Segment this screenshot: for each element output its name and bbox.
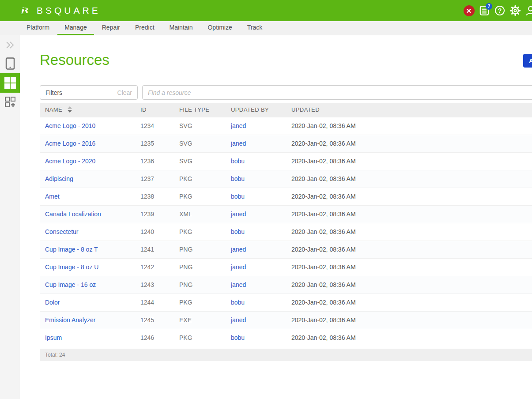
updated-by-link[interactable]: bobu [231,193,245,200]
resource-updated: 2020-Jan-02, 08:36 AM [286,205,532,223]
resource-id: 1238 [135,188,174,205]
resource-file-type: PNG [174,258,226,276]
column-header-updated[interactable]: UPDATED [286,103,532,117]
nav-tab[interactable]: Maintain [162,21,200,35]
nav-tab[interactable]: Track [240,21,269,35]
resource-updated: 2020-Jan-02, 08:36 AM [286,311,532,329]
table-row: Consectetur 1240 PKG bobu 2020-Jan-02, 0… [40,223,532,241]
sidebar-item-resources-active[interactable] [0,73,20,93]
help-icon: ? [495,6,505,15]
updated-by-link[interactable]: janed [231,140,246,147]
column-header-name[interactable]: NAME [40,103,135,117]
updated-by-link[interactable]: bobu [231,228,245,235]
nav-tab-label: Maintain [170,24,193,31]
resource-name-link[interactable]: Acme Logo - 2010 [45,122,95,129]
resource-file-type: PKG [174,294,226,311]
resource-file-type: XML [174,205,226,223]
nav-tab-label: Manage [64,24,87,31]
nav-tab-label: Optimize [208,24,232,31]
nav-tab[interactable]: Manage [57,21,94,35]
resource-id: 1235 [135,135,174,152]
search-input[interactable] [142,85,532,100]
updated-by-link[interactable]: janed [231,246,246,253]
apps-grid-icon [4,77,16,89]
settings-button[interactable] [509,5,521,16]
filters-label: Filters [45,89,62,96]
table-row: Canada Localization 1239 XML janed 2020-… [40,205,532,223]
nav-tab[interactable]: Platform [19,21,57,35]
double-chevron-right-icon [5,41,15,49]
nav-tab[interactable]: Predict [128,21,162,35]
help-button[interactable]: ? [494,5,506,16]
resource-id: 1242 [135,258,174,276]
resource-name-link[interactable]: Cup Image - 8 oz T [45,246,98,253]
resource-id: 1240 [135,223,174,241]
resource-file-type: SVG [174,117,226,135]
column-header-id[interactable]: ID [135,103,174,117]
updated-by-link[interactable]: bobu [231,158,245,165]
resource-name-link[interactable]: Emission Analyzer [45,316,95,324]
resource-name-link[interactable]: Cup Image - 16 oz [45,281,96,288]
primary-nav: Platform Manage Repair Predict Maintain … [0,21,532,35]
add-resource-button[interactable]: Add [523,54,532,68]
resource-name-link[interactable]: Acme Logo - 2016 [45,140,95,147]
resource-name-link[interactable]: Cup Image - 8 oz U [45,263,98,271]
updated-by-link[interactable]: bobu [231,175,245,182]
resource-file-type: PNG [174,241,226,258]
top-app-bar: B BSQUARE ✕ 7 ? [0,0,532,21]
updated-by-link[interactable]: janed [231,281,246,288]
resource-updated: 2020-Jan-02, 08:36 AM [286,258,532,276]
column-header-updated-by[interactable]: UPDATED BY [226,103,286,117]
resource-updated: 2020-Jan-02, 08:36 AM [286,294,532,311]
sidebar-expand-button[interactable] [5,41,15,49]
resource-id: 1234 [135,117,174,135]
resource-name-link[interactable]: Ipsum [45,334,62,341]
table-row: Ipsum 1246 PKG bobu 2020-Jan-02, 08:36 A… [40,329,532,346]
table-body: Acme Logo - 2010 1234 SVG janed 2020-Jan… [40,117,532,346]
updated-by-link[interactable]: janed [231,211,246,218]
logout-icon: ✕ [464,5,475,16]
sidebar-item-add-widget[interactable] [4,96,16,108]
user-icon [525,5,532,16]
updated-by-link[interactable]: bobu [231,299,245,306]
nav-tab[interactable]: Optimize [200,21,239,35]
sort-icon[interactable] [67,106,72,113]
logout-button[interactable]: ✕ [463,5,475,16]
clear-filters-button[interactable]: Clear [117,89,132,96]
resource-id: 1239 [135,205,174,223]
column-header-file-type[interactable]: FILE TYPE [174,103,226,117]
resource-name-link[interactable]: Amet [45,193,60,200]
filter-row: Filters Clear [40,85,532,100]
sidebar-item-devices[interactable] [5,57,15,70]
table-row: Adipiscing 1237 PKG bobu 2020-Jan-02, 08… [40,170,532,188]
table-row: Amet 1238 PKG bobu 2020-Jan-02, 08:36 AM [40,188,532,205]
table-row: Cup Image - 8 oz T 1241 PNG janed 2020-J… [40,241,532,258]
resource-id: 1237 [135,170,174,188]
device-icon [5,57,15,70]
user-account-button[interactable] [525,5,532,16]
resource-id: 1236 [135,152,174,170]
resource-name-link[interactable]: Acme Logo - 2020 [45,158,95,165]
updated-by-link[interactable]: janed [231,316,246,324]
topbar-icon-group: ✕ 7 ? [463,0,532,21]
nav-tab[interactable]: Repair [95,21,127,35]
table-row: Dolor 1244 PKG bobu 2020-Jan-02, 08:36 A… [40,294,532,311]
resource-file-type: EXE [174,311,226,329]
updated-by-link[interactable]: janed [231,263,246,271]
resource-updated: 2020-Jan-02, 08:36 AM [286,241,532,258]
resource-name-link[interactable]: Canada Localization [45,211,101,218]
resource-id: 1244 [135,294,174,311]
notification-count-badge: 7 [486,3,492,10]
grid-add-icon [4,96,16,108]
resource-updated: 2020-Jan-02, 08:36 AM [286,223,532,241]
table-header: NAME ID FILE TYPE UPDATED BY UPDATED [40,103,532,117]
updated-by-link[interactable]: janed [231,122,246,129]
notifications-button[interactable]: 7 [479,5,490,16]
resource-updated: 2020-Jan-02, 08:36 AM [286,117,532,135]
resource-file-type: SVG [174,152,226,170]
filters-dropdown[interactable]: Filters Clear [40,85,138,100]
resource-name-link[interactable]: Consectetur [45,228,78,235]
resource-name-link[interactable]: Dolor [45,299,60,306]
updated-by-link[interactable]: bobu [231,334,245,341]
resource-name-link[interactable]: Adipiscing [45,175,73,182]
